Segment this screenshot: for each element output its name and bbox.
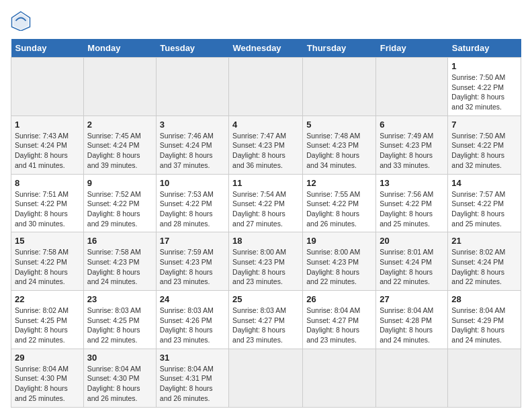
day-info: Sunrise: 8:01 AMSunset: 4:24 PMDaylight:… [380, 247, 444, 287]
day-number: 28 [451, 294, 517, 304]
calendar-cell: 18Sunrise: 8:00 AMSunset: 4:23 PMDayligh… [229, 232, 303, 291]
header-cell-friday: Friday [376, 39, 448, 58]
calendar-cell: 24Sunrise: 8:03 AMSunset: 4:26 PMDayligh… [156, 291, 228, 349]
calendar-cell [303, 349, 376, 407]
day-info: Sunrise: 7:50 AMSunset: 4:22 PMDaylight:… [451, 131, 517, 171]
day-info: Sunrise: 7:46 AMSunset: 4:24 PMDaylight:… [160, 131, 225, 171]
calendar-cell: 28Sunrise: 8:04 AMSunset: 4:29 PMDayligh… [448, 291, 521, 349]
calendar-cell: 21Sunrise: 8:02 AMSunset: 4:24 PMDayligh… [448, 232, 521, 291]
day-info: Sunrise: 7:57 AMSunset: 4:22 PMDaylight:… [451, 189, 517, 229]
day-info: Sunrise: 7:43 AMSunset: 4:24 PMDaylight:… [15, 131, 80, 171]
header-row: SundayMondayTuesdayWednesdayThursdayFrid… [11, 39, 521, 58]
day-info: Sunrise: 8:04 AMSunset: 4:30 PMDaylight:… [15, 364, 80, 404]
header-cell-wednesday: Wednesday [229, 39, 303, 58]
day-number: 2 [87, 120, 152, 130]
day-number: 9 [87, 178, 152, 188]
header-cell-monday: Monday [83, 39, 156, 58]
day-number: 25 [232, 294, 299, 304]
calendar-cell: 29Sunrise: 8:04 AMSunset: 4:30 PMDayligh… [11, 349, 84, 407]
day-number: 13 [380, 178, 444, 188]
day-number: 1 [451, 61, 517, 71]
calendar-week-3: 8Sunrise: 7:51 AMSunset: 4:22 PMDaylight… [11, 174, 521, 232]
calendar-cell: 26Sunrise: 8:04 AMSunset: 4:27 PMDayligh… [303, 291, 376, 349]
calendar-cell: 9Sunrise: 7:52 AMSunset: 4:22 PMDaylight… [83, 174, 156, 232]
calendar-cell: 2Sunrise: 7:45 AMSunset: 4:24 PMDaylight… [83, 116, 156, 174]
day-number: 12 [306, 178, 372, 188]
day-info: Sunrise: 8:02 AMSunset: 4:24 PMDaylight:… [451, 247, 517, 287]
day-number: 22 [15, 294, 80, 304]
day-number: 18 [232, 236, 299, 246]
calendar-cell [229, 349, 303, 407]
day-info: Sunrise: 7:54 AMSunset: 4:22 PMDaylight:… [232, 189, 299, 229]
calendar-cell: 25Sunrise: 8:03 AMSunset: 4:27 PMDayligh… [229, 291, 303, 349]
day-number: 10 [160, 178, 225, 188]
day-number: 30 [87, 353, 152, 363]
calendar-week-1: 1Sunrise: 7:50 AMSunset: 4:22 PMDaylight… [11, 58, 521, 116]
day-number: 20 [380, 236, 444, 246]
calendar-cell: 30Sunrise: 8:04 AMSunset: 4:30 PMDayligh… [83, 349, 156, 407]
calendar-cell: 15Sunrise: 7:58 AMSunset: 4:22 PMDayligh… [11, 232, 84, 291]
header-cell-tuesday: Tuesday [156, 39, 228, 58]
day-info: Sunrise: 7:45 AMSunset: 4:24 PMDaylight:… [87, 131, 152, 171]
day-number: 4 [232, 120, 299, 130]
day-info: Sunrise: 8:00 AMSunset: 4:23 PMDaylight:… [306, 247, 372, 287]
calendar-cell: 10Sunrise: 7:53 AMSunset: 4:22 PMDayligh… [156, 174, 228, 232]
calendar-cell: 11Sunrise: 7:54 AMSunset: 4:22 PMDayligh… [229, 174, 303, 232]
day-number: 16 [87, 236, 152, 246]
day-number: 17 [160, 236, 225, 246]
day-info: Sunrise: 7:47 AMSunset: 4:23 PMDaylight:… [232, 131, 299, 171]
calendar-cell: 20Sunrise: 8:01 AMSunset: 4:24 PMDayligh… [376, 232, 448, 291]
calendar-week-2: 1Sunrise: 7:43 AMSunset: 4:24 PMDaylight… [11, 116, 521, 174]
day-info: Sunrise: 8:04 AMSunset: 4:30 PMDaylight:… [87, 364, 152, 404]
day-info: Sunrise: 8:03 AMSunset: 4:26 PMDaylight:… [160, 306, 225, 345]
day-number: 26 [306, 294, 372, 304]
calendar-cell: 22Sunrise: 8:02 AMSunset: 4:25 PMDayligh… [11, 291, 84, 349]
calendar-week-6: 29Sunrise: 8:04 AMSunset: 4:30 PMDayligh… [11, 349, 521, 407]
day-number: 1 [15, 120, 80, 130]
calendar-cell: 16Sunrise: 7:58 AMSunset: 4:23 PMDayligh… [83, 232, 156, 291]
calendar-cell: 3Sunrise: 7:46 AMSunset: 4:24 PMDaylight… [156, 116, 228, 174]
day-number: 24 [160, 294, 225, 304]
calendar-cell: 1Sunrise: 7:50 AMSunset: 4:22 PMDaylight… [448, 58, 521, 116]
day-number: 7 [451, 120, 517, 130]
day-number: 14 [451, 178, 517, 188]
page-header [11, 11, 521, 31]
calendar-cell: 7Sunrise: 7:50 AMSunset: 4:22 PMDaylight… [448, 116, 521, 174]
day-info: Sunrise: 7:49 AMSunset: 4:23 PMDaylight:… [380, 131, 444, 171]
day-info: Sunrise: 8:03 AMSunset: 4:25 PMDaylight:… [87, 306, 152, 345]
day-number: 5 [306, 120, 372, 130]
day-number: 31 [160, 353, 225, 363]
day-number: 11 [232, 178, 299, 188]
day-number: 3 [160, 120, 225, 130]
day-info: Sunrise: 7:52 AMSunset: 4:22 PMDaylight:… [87, 189, 152, 229]
calendar-cell [83, 58, 156, 116]
calendar-cell: 4Sunrise: 7:47 AMSunset: 4:23 PMDaylight… [229, 116, 303, 174]
day-number: 19 [306, 236, 372, 246]
day-number: 23 [87, 294, 152, 304]
day-info: Sunrise: 7:50 AMSunset: 4:22 PMDaylight:… [451, 73, 517, 112]
day-info: Sunrise: 8:00 AMSunset: 4:23 PMDaylight:… [232, 247, 299, 287]
day-number: 8 [15, 178, 80, 188]
calendar-cell [448, 349, 521, 407]
calendar-cell [11, 58, 84, 116]
calendar-cell: 6Sunrise: 7:49 AMSunset: 4:23 PMDaylight… [376, 116, 448, 174]
header-cell-sunday: Sunday [11, 39, 84, 58]
calendar-cell [229, 58, 303, 116]
calendar-cell: 19Sunrise: 8:00 AMSunset: 4:23 PMDayligh… [303, 232, 376, 291]
day-info: Sunrise: 7:55 AMSunset: 4:22 PMDaylight:… [306, 189, 372, 229]
calendar-cell: 12Sunrise: 7:55 AMSunset: 4:22 PMDayligh… [303, 174, 376, 232]
calendar-cell: 1Sunrise: 7:43 AMSunset: 4:24 PMDaylight… [11, 116, 84, 174]
day-info: Sunrise: 7:48 AMSunset: 4:23 PMDaylight:… [306, 131, 372, 171]
calendar-table: SundayMondayTuesdayWednesdayThursdayFrid… [11, 39, 521, 408]
day-info: Sunrise: 8:03 AMSunset: 4:27 PMDaylight:… [232, 306, 299, 345]
day-info: Sunrise: 7:53 AMSunset: 4:22 PMDaylight:… [160, 189, 225, 229]
day-info: Sunrise: 8:04 AMSunset: 4:29 PMDaylight:… [451, 306, 517, 345]
header-cell-saturday: Saturday [448, 39, 521, 58]
day-info: Sunrise: 7:51 AMSunset: 4:22 PMDaylight:… [15, 189, 80, 229]
calendar-cell [156, 58, 228, 116]
calendar-cell: 31Sunrise: 8:04 AMSunset: 4:31 PMDayligh… [156, 349, 228, 407]
day-info: Sunrise: 8:04 AMSunset: 4:31 PMDaylight:… [160, 364, 225, 404]
day-info: Sunrise: 7:58 AMSunset: 4:22 PMDaylight:… [15, 247, 80, 287]
logo [11, 11, 34, 31]
calendar-week-4: 15Sunrise: 7:58 AMSunset: 4:22 PMDayligh… [11, 232, 521, 291]
